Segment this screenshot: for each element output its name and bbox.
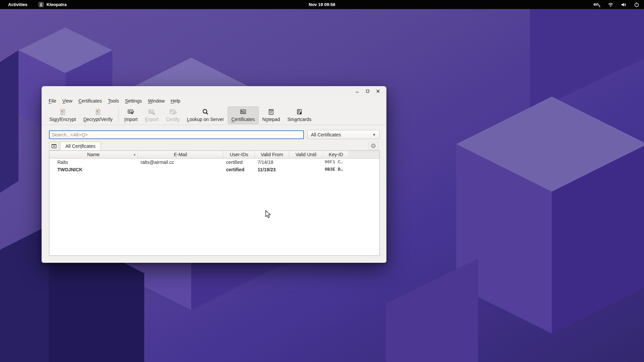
- keyboard-layout-indicator: en1: [594, 2, 600, 8]
- app-menu-button[interactable]: Kleopatra: [38, 2, 67, 7]
- cell-valid-until: [289, 159, 323, 166]
- sort-desc-icon: ▾: [134, 153, 136, 157]
- close-icon: [376, 89, 380, 94]
- column-label: E-Mail: [174, 152, 187, 157]
- tab-all-certificates[interactable]: All Certificates: [60, 141, 101, 150]
- search-input[interactable]: [49, 130, 304, 139]
- column-header-valid-from[interactable]: Valid From: [255, 151, 289, 159]
- close-tab-icon: ✕: [371, 143, 376, 148]
- table-header: Name ▾ E-Mail User-IDs Valid From Valid …: [49, 151, 379, 159]
- maximize-button[interactable]: [364, 87, 371, 95]
- cell-email: [138, 166, 223, 173]
- volume-icon: [621, 2, 627, 7]
- column-label: User-IDs: [230, 152, 248, 157]
- menu-tools[interactable]: Tools: [105, 97, 122, 106]
- import-icon: [127, 108, 135, 116]
- column-header-email[interactable]: E-Mail: [138, 151, 223, 159]
- system-status-area[interactable]: en1: [594, 0, 639, 9]
- menu-settings[interactable]: Settings: [122, 97, 145, 106]
- menu-certificates[interactable]: Certificates: [75, 97, 105, 106]
- cell-user-ids: certified: [223, 159, 255, 166]
- certificates-icon: [239, 108, 247, 116]
- close-button[interactable]: [374, 87, 382, 95]
- certificate-table: Name ▾ E-Mail User-IDs Valid From Valid …: [49, 150, 380, 256]
- column-header-valid-until[interactable]: Valid Until: [289, 151, 323, 159]
- column-header-filler: [349, 151, 379, 159]
- tool-label: Smartcards: [287, 117, 312, 122]
- column-label: Key-ID: [329, 152, 343, 157]
- cell-valid-until: [289, 166, 323, 173]
- menu-window[interactable]: Window: [145, 97, 168, 106]
- cell-key-id: 0B3E D…: [323, 166, 349, 173]
- menu-help[interactable]: Help: [168, 97, 183, 106]
- power-icon: [634, 2, 639, 7]
- cell-name: TWOJNICK: [49, 166, 138, 173]
- new-tab-icon: [51, 143, 57, 149]
- column-label: Valid From: [261, 152, 283, 157]
- clock-button[interactable]: Nov 19 09:56: [309, 0, 335, 9]
- window-titlebar[interactable]: [42, 86, 386, 96]
- wifi-icon: [608, 2, 613, 7]
- dropdown-value: All Certificates: [311, 132, 341, 137]
- sign-encrypt-button[interactable]: Sign/Encrypt: [46, 107, 79, 124]
- smartcards-button[interactable]: Smartcards: [284, 107, 315, 124]
- sign-encrypt-icon: [59, 108, 66, 116]
- cell-valid-from: 11/19/23: [255, 166, 289, 173]
- new-tab-button[interactable]: [49, 142, 59, 150]
- import-button[interactable]: Import: [121, 107, 142, 124]
- kleopatra-app-icon: [38, 2, 44, 7]
- table-row[interactable]: TWOJNICK certified 11/19/23 0B3E D…: [49, 166, 379, 173]
- tool-label: Import: [124, 117, 138, 122]
- cell-valid-from: 7/14/18: [255, 159, 289, 166]
- toolbar-separator: [118, 108, 119, 122]
- minimize-icon: [355, 89, 360, 94]
- tab-bar: All Certificates ✕: [49, 141, 380, 150]
- cell-key-id: 86F1 C…: [323, 159, 349, 166]
- cell-empty: [349, 166, 379, 173]
- chevron-down-icon: ▼: [372, 133, 376, 137]
- tool-label: Notepad: [262, 117, 280, 122]
- close-tab-button: ✕: [369, 142, 378, 150]
- export-icon: [148, 108, 156, 116]
- notepad-button[interactable]: Notepad: [259, 107, 284, 124]
- column-header-name[interactable]: Name ▾: [49, 151, 138, 159]
- export-button: Export: [141, 107, 162, 124]
- tool-label: Decrypt/Verify: [83, 117, 112, 122]
- cell-empty: [349, 159, 379, 166]
- notepad-icon: [267, 108, 275, 116]
- smartcards-icon: [296, 108, 303, 116]
- cell-email: ralts@airmail.cc: [138, 159, 223, 166]
- tool-label: Sign/Encrypt: [49, 117, 76, 122]
- menu-view[interactable]: View: [59, 97, 75, 106]
- menu-file[interactable]: File: [46, 97, 59, 106]
- certificates-button[interactable]: Certificates: [228, 107, 259, 124]
- certificate-filter-dropdown[interactable]: All Certificates ▼: [307, 130, 380, 139]
- menu-bar: File View Certificates Tools Settings Wi…: [42, 96, 386, 106]
- tool-label: Certify: [166, 117, 179, 122]
- decrypt-verify-icon: [94, 108, 102, 116]
- tab-label: All Certificates: [65, 143, 96, 149]
- minimize-button[interactable]: [354, 87, 361, 95]
- column-label: Valid Until: [296, 152, 316, 157]
- cell-name: Ralts: [49, 159, 138, 166]
- certify-button: Certify: [162, 107, 183, 124]
- window-content: All Certificates ▼ All Certificates ✕: [42, 125, 386, 256]
- tool-label: Export: [145, 117, 158, 122]
- cell-user-ids: certified: [223, 166, 255, 173]
- maximize-icon: [365, 89, 370, 94]
- certify-icon: [169, 108, 177, 116]
- tool-label: Lookup on Server: [187, 117, 224, 122]
- tool-label: Certificates: [231, 117, 255, 122]
- gnome-top-bar: Activities Kleopatra Nov 19 09:56 en1: [0, 0, 644, 9]
- decrypt-verify-button[interactable]: Decrypt/Verify: [79, 107, 116, 124]
- column-label: Name: [87, 152, 100, 157]
- lookup-icon: [202, 108, 209, 116]
- column-header-key-id[interactable]: Key-ID: [323, 151, 349, 159]
- column-header-user-ids[interactable]: User-IDs: [223, 151, 255, 159]
- activities-button[interactable]: Activities: [7, 2, 29, 7]
- table-row[interactable]: Ralts ralts@airmail.cc certified 7/14/18…: [49, 159, 379, 166]
- toolbar: Sign/Encrypt Decrypt/Verify: [42, 106, 386, 125]
- app-menu-label: Kleopatra: [47, 2, 67, 7]
- kleopatra-window: File View Certificates Tools Settings Wi…: [42, 86, 386, 263]
- lookup-on-server-button[interactable]: Lookup on Server: [183, 107, 228, 124]
